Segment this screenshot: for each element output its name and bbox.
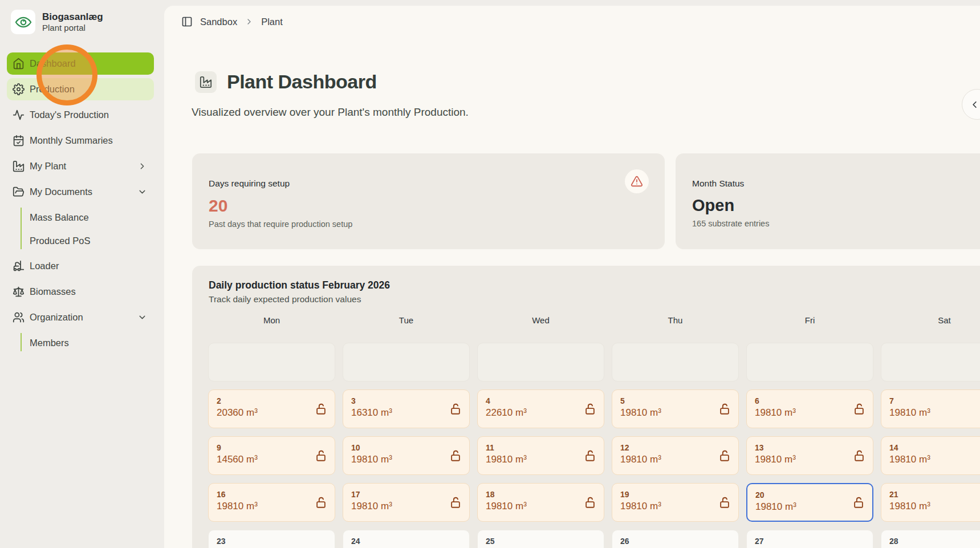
calendar-day-cell-12[interactable]: 1219810 m³: [612, 436, 739, 475]
month-status-value: Open: [692, 196, 980, 215]
calendar-day-cell-13[interactable]: 1319810 m³: [746, 436, 873, 475]
page-header: Plant Dashboard: [195, 71, 377, 93]
breadcrumb-item-plant[interactable]: Plant: [261, 17, 283, 27]
chevron-down-icon: [137, 187, 147, 197]
sidebar-nav: Dashboard Production Today's Production …: [7, 52, 154, 357]
day-production-value: 19810 m³: [620, 454, 730, 465]
scale-icon: [13, 286, 25, 298]
brand-logo: [11, 10, 35, 34]
calendar-day-cell-3[interactable]: 316310 m³: [343, 389, 470, 428]
sidebar-item-mass-balance[interactable]: Mass Balance: [30, 206, 154, 228]
forklift-icon: [13, 260, 25, 272]
sub-item-label: Members: [30, 338, 69, 348]
collapse-panel-button[interactable]: [962, 89, 980, 120]
calendar-title: Daily production status February 2026: [208, 279, 980, 291]
calendar-day-cell-28[interactable]: 28: [881, 530, 980, 548]
calendar-day-cell-7[interactable]: 719810 m³: [881, 389, 980, 428]
folder-open-icon: [13, 186, 25, 198]
breadcrumb: Sandbox Plant: [181, 6, 283, 38]
unlock-icon: [718, 403, 731, 415]
page-header-iconbox: [195, 71, 217, 93]
calendar-day-cell-10[interactable]: 1019810 m³: [343, 436, 470, 475]
calendar-day-cell-17[interactable]: 1719810 m³: [343, 483, 470, 522]
day-production-value: 19810 m³: [889, 501, 980, 512]
panel-left-icon[interactable]: [181, 16, 193, 27]
card-title: Days requiring setup: [209, 178, 648, 189]
chevron-right-icon: [137, 161, 147, 171]
calendar-day-cell-18[interactable]: 1819810 m³: [477, 483, 604, 522]
calendar-day-cell-6[interactable]: 619810 m³: [746, 389, 873, 428]
sidebar-item-my-plant[interactable]: My Plant: [7, 155, 154, 177]
chevron-left-icon: [962, 99, 980, 110]
sidebar-item-production[interactable]: Production: [7, 78, 154, 100]
day-production-value: 19810 m³: [889, 454, 980, 465]
unlock-icon: [584, 449, 596, 462]
calendar-day-cell-24[interactable]: 24: [343, 530, 470, 548]
calendar-day-cell-19[interactable]: 1919810 m³: [612, 483, 739, 522]
sub-item-label: Produced PoS: [30, 236, 90, 246]
calendar-check-icon: [13, 135, 25, 147]
calendar-day-cell-2[interactable]: 220360 m³: [208, 389, 335, 428]
day-number: 14: [889, 443, 980, 452]
chevron-right-icon: [245, 17, 254, 26]
sidebar-item-label: Today's Production: [30, 109, 109, 120]
sidebar-item-dashboard[interactable]: Dashboard: [7, 52, 154, 75]
sidebar-item-todays-production[interactable]: Today's Production: [7, 104, 154, 126]
sidebar-item-label: Loader: [30, 261, 59, 271]
calendar-day-cell-27[interactable]: 27: [746, 530, 873, 548]
card-caption: Past days that require production setup: [209, 220, 648, 229]
calendar-day-cell-25[interactable]: 25: [477, 530, 604, 548]
day-number: 24: [351, 537, 461, 546]
organization-sublist: Members: [21, 332, 154, 354]
brand-name: Biogasanlæg: [42, 11, 103, 23]
day-number: 18: [486, 490, 596, 499]
day-production-value: 16310 m³: [351, 407, 461, 419]
day-production-value: 19810 m³: [755, 501, 864, 513]
breadcrumb-item-sandbox[interactable]: Sandbox: [200, 17, 237, 27]
calendar-subtitle: Track daily expected production values: [208, 294, 980, 305]
weekday-label: Mon: [208, 315, 335, 325]
factory-icon: [13, 160, 25, 172]
day-number: 28: [889, 537, 980, 546]
day-number: 23: [217, 537, 327, 546]
sidebar-item-produced-pos[interactable]: Produced PoS: [30, 230, 154, 251]
sidebar-item-monthly-summaries[interactable]: Monthly Summaries: [7, 129, 154, 152]
calendar-day-cell-16[interactable]: 1619810 m³: [208, 483, 335, 522]
calendar-day-cell-21[interactable]: 2119810 m³: [881, 483, 980, 522]
day-production-value: 14560 m³: [217, 454, 327, 465]
sidebar-item-label: Organization: [30, 312, 83, 323]
calendar-day-cell-23[interactable]: 23: [208, 530, 335, 548]
unlock-icon: [853, 449, 865, 462]
day-production-value: 19810 m³: [351, 501, 461, 512]
weekday-label: Thu: [612, 315, 739, 325]
unlock-icon: [449, 449, 462, 462]
calendar-day-cell-14[interactable]: 1419810 m³: [881, 436, 980, 475]
sub-item-label: Mass Balance: [30, 212, 89, 223]
day-number: 7: [889, 396, 980, 405]
sidebar-item-members[interactable]: Members: [30, 332, 154, 354]
sidebar-item-my-documents[interactable]: My Documents: [7, 181, 154, 203]
day-production-value: 19810 m³: [620, 407, 730, 419]
day-production-value: 19810 m³: [486, 501, 596, 512]
unlock-icon: [718, 449, 731, 462]
home-icon: [13, 58, 25, 70]
month-status-card: Month Status Open 165 substrate entries: [676, 153, 980, 249]
days-requiring-setup-card: Days requiring setup 20 Past days that r…: [192, 153, 665, 249]
calendar-day-cell-11[interactable]: 1119810 m³: [477, 436, 604, 475]
calendar-day-cell-5[interactable]: 519810 m³: [612, 389, 739, 428]
calendar-day-cell-26[interactable]: 26: [612, 530, 739, 548]
day-number: 12: [620, 443, 730, 452]
sidebar-item-loader[interactable]: Loader: [7, 255, 154, 277]
sidebar-item-label: Dashboard: [30, 58, 76, 69]
sidebar-item-organization[interactable]: Organization: [7, 306, 154, 328]
sidebar-item-biomasses[interactable]: Biomasses: [7, 281, 154, 303]
calendar-day-cell-20[interactable]: 2019810 m³: [746, 483, 873, 522]
day-number: 20: [755, 490, 864, 500]
day-number: 4: [486, 396, 596, 405]
calendar-empty-cell: [477, 343, 604, 381]
calendar-day-cell-4[interactable]: 422610 m³: [477, 389, 604, 428]
calendar-day-cell-9[interactable]: 914560 m³: [208, 436, 335, 475]
weekday-label: Fri: [746, 315, 873, 325]
day-number: 6: [755, 396, 865, 405]
day-number: 25: [486, 537, 596, 546]
